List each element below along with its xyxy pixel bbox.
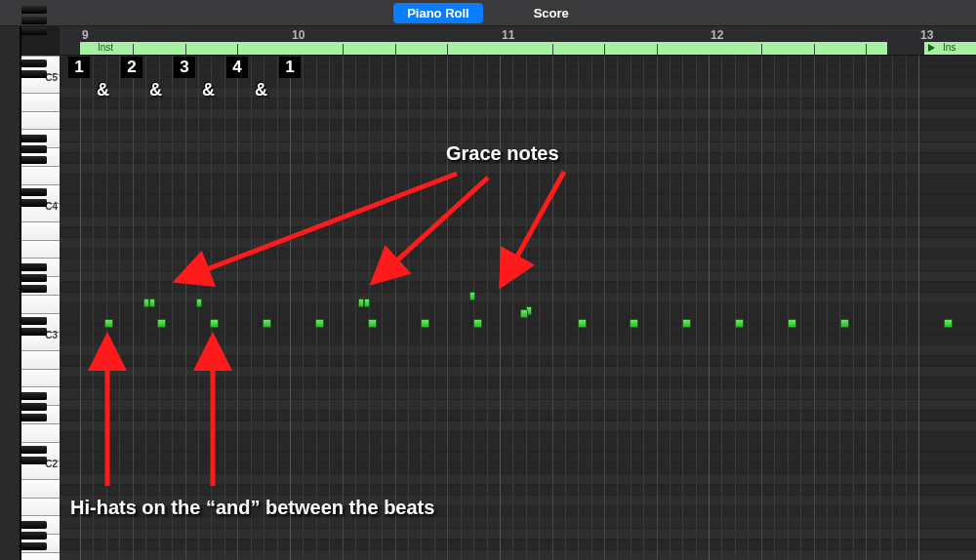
count-box: 4	[226, 57, 248, 78]
midi-note[interactable]	[149, 299, 155, 307]
timeline-ruler[interactable]: InstIns910111213	[60, 26, 976, 56]
octave-label: C5	[45, 72, 58, 91]
black-key[interactable]	[21, 532, 47, 540]
black-key[interactable]	[21, 145, 47, 153]
tab-score[interactable]: Score	[520, 3, 583, 23]
black-key[interactable]	[21, 70, 47, 78]
black-key[interactable]	[21, 285, 47, 293]
black-key[interactable]	[21, 156, 47, 164]
black-key[interactable]	[21, 60, 47, 67]
black-key[interactable]	[21, 521, 47, 529]
midi-note[interactable]	[473, 319, 482, 328]
count-box: 2	[121, 57, 142, 78]
white-key[interactable]	[21, 221, 60, 240]
white-key[interactable]	[21, 552, 60, 560]
white-key[interactable]	[21, 423, 60, 442]
annotation-grace-notes: Grace notes	[446, 142, 559, 165]
black-key[interactable]	[21, 199, 47, 207]
midi-note[interactable]	[520, 309, 528, 318]
midi-region[interactable]	[80, 42, 887, 55]
white-key[interactable]	[21, 295, 60, 313]
black-key[interactable]	[21, 328, 47, 336]
white-key[interactable]	[21, 111, 60, 130]
midi-note[interactable]	[315, 319, 324, 328]
midi-note[interactable]	[157, 319, 166, 328]
octave-label: C2	[45, 459, 58, 477]
black-key[interactable]	[21, 135, 47, 142]
midi-note[interactable]	[840, 319, 849, 328]
midi-note[interactable]	[630, 319, 638, 328]
midi-note[interactable]	[196, 299, 202, 307]
midi-note[interactable]	[578, 319, 587, 328]
white-key[interactable]	[21, 166, 60, 184]
black-key[interactable]	[21, 392, 47, 400]
black-key[interactable]	[21, 317, 47, 325]
ruler-bar-number: 9	[82, 28, 89, 42]
view-switch-bar: Piano Roll Score	[0, 0, 976, 25]
ruler-bar-number: 12	[711, 28, 723, 42]
white-key[interactable]	[21, 240, 60, 259]
count-box: 1	[68, 57, 90, 78]
ruler-bar-number: 11	[502, 28, 514, 42]
count-box: 3	[174, 57, 195, 78]
midi-note[interactable]	[364, 299, 370, 307]
piano-keyboard[interactable]: C5C4C3C2	[21, 56, 60, 560]
midi-note[interactable]	[469, 292, 475, 300]
ruler-bar-number: 13	[920, 28, 933, 42]
midi-note[interactable]	[210, 319, 219, 328]
black-key[interactable]	[21, 274, 47, 282]
black-key[interactable]	[21, 27, 47, 35]
white-key[interactable]	[21, 93, 60, 111]
midi-note[interactable]	[735, 319, 744, 328]
white-key[interactable]	[21, 498, 60, 516]
black-key[interactable]	[21, 263, 47, 271]
midi-note[interactable]	[104, 319, 113, 328]
white-key[interactable]	[21, 479, 60, 498]
and-label: &	[202, 80, 215, 100]
black-key[interactable]	[21, 542, 47, 550]
black-key[interactable]	[21, 188, 47, 196]
black-key[interactable]	[21, 457, 47, 464]
white-key[interactable]	[21, 350, 60, 369]
midi-note[interactable]	[682, 319, 691, 328]
gutter	[0, 26, 21, 560]
black-key[interactable]	[21, 446, 47, 454]
white-key[interactable]	[21, 369, 60, 387]
black-key[interactable]	[21, 414, 47, 421]
midi-note[interactable]	[368, 319, 377, 328]
midi-note[interactable]	[263, 319, 271, 328]
note-grid[interactable]	[60, 56, 976, 560]
midi-note[interactable]	[944, 319, 953, 328]
midi-region-label: Inst	[95, 42, 124, 53]
black-key[interactable]	[21, 17, 47, 24]
midi-region-label: Ins	[940, 42, 969, 53]
midi-note[interactable]	[788, 319, 796, 328]
midi-note[interactable]	[421, 319, 429, 328]
and-label: &	[255, 80, 267, 100]
annotation-hihats: Hi-hats on the “and” between the beats	[70, 497, 434, 519]
play-icon	[928, 44, 935, 52]
black-key[interactable]	[21, 403, 47, 411]
count-box: 1	[279, 57, 301, 78]
black-key[interactable]	[21, 6, 47, 14]
octave-label: C4	[45, 201, 58, 220]
and-label: &	[97, 80, 109, 100]
and-label: &	[149, 80, 162, 100]
tab-piano-roll[interactable]: Piano Roll	[393, 3, 483, 23]
ruler-bar-number: 10	[292, 28, 305, 42]
octave-label: C3	[45, 330, 58, 348]
